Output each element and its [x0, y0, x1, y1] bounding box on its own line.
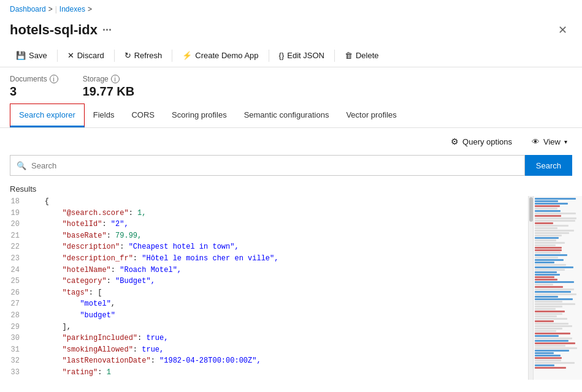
title-ellipsis-button[interactable]: ···	[102, 24, 112, 37]
toolbar-separator-2	[114, 50, 115, 62]
json-content: { "@search.score": 1, "hotelId": "2", "b…	[27, 196, 528, 380]
breadcrumb-indexes[interactable]: Indexes	[59, 5, 85, 13]
results-label: Results	[0, 181, 582, 196]
query-options-label: Query options	[462, 137, 512, 146]
close-button[interactable]: ✕	[553, 21, 572, 39]
line-numbers: 181920212223242526272829303132333435	[10, 196, 27, 380]
tab-semantic-configurations[interactable]: Semantic configurations	[235, 104, 338, 127]
save-icon: 💾	[16, 51, 26, 60]
discard-button[interactable]: ✕ Discard	[61, 48, 110, 63]
breadcrumb-sep3: >	[88, 5, 92, 13]
breadcrumb-sep2: |	[55, 5, 57, 13]
page-header: hotels-sql-idx ··· ✕	[0, 18, 582, 44]
view-eye-icon: 👁	[532, 137, 540, 146]
search-input-wrapper: 🔍	[10, 155, 525, 176]
save-button[interactable]: 💾 Save	[10, 48, 53, 63]
storage-label: Storage	[83, 75, 109, 83]
toolbar: 💾 Save ✕ Discard ↻ Refresh ⚡ Create Demo…	[0, 44, 582, 67]
page-title: hotels-sql-idx	[10, 22, 98, 38]
search-magnifier-icon: 🔍	[17, 161, 26, 170]
minimap	[533, 196, 582, 380]
refresh-button[interactable]: ↻ Refresh	[118, 48, 169, 63]
toolbar-separator-1	[57, 50, 58, 62]
create-demo-icon: ⚡	[182, 51, 192, 60]
documents-info-icon[interactable]: i	[50, 75, 58, 83]
search-input[interactable]	[31, 161, 518, 170]
breadcrumb-sep1: >	[48, 5, 53, 13]
tab-search-explorer-label: Search explorer	[19, 110, 75, 119]
tab-vector-profiles-label: Vector profiles	[346, 110, 396, 119]
tab-cors-label: CORS	[131, 110, 155, 119]
toolbar-separator-5	[334, 50, 335, 62]
tabs-bar: Search explorer Fields CORS Scoring prof…	[0, 104, 582, 128]
view-label: View	[543, 137, 561, 146]
storage-info-icon[interactable]: i	[111, 75, 120, 83]
breadcrumb: Dashboard > | Indexes >	[0, 0, 582, 18]
json-scroll-area[interactable]: 181920212223242526272829303132333435 { "…	[0, 196, 528, 380]
create-demo-label: Create Demo App	[195, 51, 258, 60]
search-button[interactable]: Search	[525, 155, 572, 176]
tab-cors[interactable]: CORS	[123, 104, 163, 127]
tab-vector-profiles[interactable]: Vector profiles	[337, 104, 405, 127]
create-demo-button[interactable]: ⚡ Create Demo App	[176, 48, 264, 63]
refresh-label: Refresh	[134, 51, 163, 60]
discard-icon: ✕	[67, 51, 74, 60]
delete-label: Delete	[356, 51, 379, 60]
documents-label: Documents	[10, 75, 47, 83]
scrollbar-thumb[interactable]	[529, 197, 533, 222]
tab-semantic-configurations-label: Semantic configurations	[244, 110, 329, 119]
edit-json-button[interactable]: {} Edit JSON	[273, 48, 331, 63]
tab-fields[interactable]: Fields	[85, 104, 123, 127]
tab-scoring-profiles[interactable]: Scoring profiles	[163, 104, 235, 127]
edit-json-icon: {}	[279, 51, 285, 60]
edit-json-label: Edit JSON	[287, 51, 324, 60]
view-chevron-icon: ▾	[564, 138, 567, 145]
results-area: 181920212223242526272829303132333435 { "…	[0, 196, 582, 380]
tab-fields-label: Fields	[93, 110, 115, 119]
toolbar-separator-3	[172, 50, 172, 62]
toolbar-separator-4	[269, 50, 269, 62]
json-viewer: 181920212223242526272829303132333435 { "…	[0, 196, 528, 380]
storage-value: 19.77 KB	[83, 85, 135, 99]
view-button[interactable]: 👁 View ▾	[527, 135, 572, 149]
scrollbar-track[interactable]	[528, 196, 533, 380]
documents-stat: Documents i 3	[10, 75, 58, 99]
tab-scoring-profiles-label: Scoring profiles	[172, 110, 227, 119]
save-label: Save	[29, 51, 47, 60]
delete-icon: 🗑	[345, 51, 353, 60]
refresh-icon: ↻	[124, 51, 131, 60]
documents-value: 3	[10, 85, 58, 99]
query-options-bar: ⚙ Query options 👁 View ▾	[0, 128, 582, 155]
storage-stat: Storage i 19.77 KB	[83, 75, 135, 99]
stats-bar: Documents i 3 Storage i 19.77 KB	[0, 67, 582, 104]
tab-search-explorer[interactable]: Search explorer	[10, 104, 85, 127]
search-row: 🔍 Search	[0, 155, 582, 181]
delete-button[interactable]: 🗑 Delete	[339, 48, 385, 63]
query-options-gear-icon: ⚙	[451, 137, 459, 146]
discard-label: Discard	[77, 51, 104, 60]
page-title-area: hotels-sql-idx ···	[10, 22, 112, 38]
query-options-button[interactable]: ⚙ Query options	[446, 134, 517, 149]
breadcrumb-dashboard[interactable]: Dashboard	[10, 5, 46, 13]
